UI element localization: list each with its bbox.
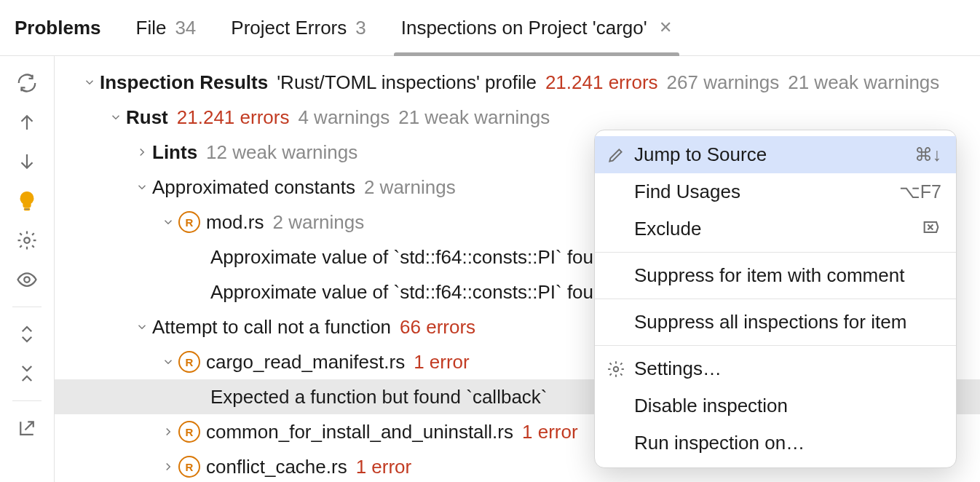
tab-inspections[interactable]: Inspections on Project 'cargo' ✕ bbox=[401, 0, 672, 55]
menu-label: Jump to Source bbox=[634, 143, 914, 166]
menu-separator bbox=[595, 252, 956, 253]
side-toolbar bbox=[0, 56, 55, 482]
refresh-icon bbox=[16, 72, 38, 94]
gear-icon bbox=[606, 360, 634, 379]
next-button[interactable] bbox=[10, 145, 44, 178]
menu-shortcut: ⌘↓ bbox=[914, 144, 942, 165]
svg-rect-0 bbox=[24, 208, 30, 210]
file-label: conflict_cache.rs bbox=[206, 456, 347, 478]
menu-suppress-all[interactable]: Suppress all inspections for item bbox=[595, 304, 956, 341]
rust-file-icon: R bbox=[178, 351, 200, 373]
collapse-icon bbox=[16, 363, 38, 384]
approx-detail: 2 warnings bbox=[364, 176, 456, 199]
rust-file-icon: R bbox=[178, 211, 200, 233]
prev-button[interactable] bbox=[10, 106, 44, 139]
file-detail: 1 error bbox=[522, 421, 578, 443]
chevron-down-icon[interactable] bbox=[158, 355, 178, 368]
chevron-right-icon[interactable] bbox=[158, 425, 178, 438]
root-warnings: 267 warnings bbox=[667, 71, 780, 94]
menu-separator bbox=[595, 299, 956, 299]
tabs-bar: Problems File 34 Project Errors 3 Inspec… bbox=[0, 0, 980, 56]
root-weak: 21 weak warnings bbox=[788, 71, 939, 94]
rust-label: Rust bbox=[126, 106, 168, 129]
attempt-detail: 66 errors bbox=[400, 316, 475, 339]
expand-all-button[interactable] bbox=[10, 317, 44, 351]
chevron-down-icon[interactable] bbox=[132, 181, 152, 194]
collapse-all-button[interactable] bbox=[10, 357, 44, 390]
rust-file-icon: R bbox=[178, 456, 200, 478]
modrs-label: mod.rs bbox=[206, 211, 264, 234]
menu-label: Suppress all inspections for item bbox=[634, 311, 941, 333]
file-detail: 1 error bbox=[414, 351, 470, 374]
approx-label: Approximated constants bbox=[152, 176, 355, 199]
tab-problems[interactable]: Problems bbox=[15, 0, 101, 55]
rust-weak: 21 weak warnings bbox=[398, 106, 550, 129]
chevron-down-icon[interactable] bbox=[158, 216, 178, 229]
settings-button[interactable] bbox=[10, 224, 44, 257]
tab-label: Inspections on Project 'cargo' bbox=[401, 17, 647, 39]
menu-exclude[interactable]: Exclude bbox=[595, 210, 956, 248]
finding-text: Expected a function but found `callback` bbox=[210, 386, 548, 408]
lints-label: Lints bbox=[152, 141, 197, 164]
menu-separator bbox=[595, 345, 956, 346]
chevron-down-icon[interactable] bbox=[106, 111, 126, 124]
menu-label: Find Usages bbox=[634, 181, 899, 203]
menu-run-inspection[interactable]: Run inspection on… bbox=[595, 424, 956, 462]
menu-find-usages[interactable]: Find Usages ⌥F7 bbox=[595, 173, 956, 210]
tree-root[interactable]: Inspection Results 'Rust/TOML inspection… bbox=[55, 65, 980, 100]
rust-file-icon: R bbox=[178, 421, 200, 443]
attempt-label: Attempt to call not a function bbox=[152, 316, 391, 339]
eye-icon bbox=[16, 269, 38, 291]
chevron-right-icon[interactable] bbox=[132, 146, 152, 159]
menu-label: Exclude bbox=[634, 218, 921, 240]
chevron-down-icon[interactable] bbox=[132, 320, 152, 333]
intention-button[interactable] bbox=[10, 184, 44, 218]
root-title: Inspection Results bbox=[100, 71, 268, 94]
gear-icon bbox=[16, 229, 38, 251]
tab-count: 34 bbox=[175, 17, 196, 39]
refresh-button[interactable] bbox=[10, 66, 44, 100]
chevron-right-icon[interactable] bbox=[158, 460, 178, 473]
lightbulb-icon bbox=[16, 190, 38, 212]
arrow-down-icon bbox=[16, 151, 38, 173]
export-button[interactable] bbox=[10, 411, 44, 445]
toolbar-divider bbox=[12, 307, 42, 307]
menu-label: Suppress for item with comment bbox=[634, 264, 941, 287]
lints-detail: 12 weak warnings bbox=[206, 141, 357, 164]
finding-text: Approximate value of `std::f64::consts::… bbox=[210, 246, 615, 269]
menu-shortcut: ⌥F7 bbox=[899, 181, 941, 202]
chevron-down-icon[interactable] bbox=[79, 76, 100, 89]
arrow-up-icon bbox=[16, 111, 38, 133]
file-label: common_for_install_and_uninstall.rs bbox=[206, 421, 513, 443]
modrs-detail: 2 warnings bbox=[272, 211, 364, 234]
menu-disable-inspection[interactable]: Disable inspection bbox=[595, 387, 956, 424]
toolbar-divider bbox=[12, 400, 42, 401]
menu-label: Disable inspection bbox=[634, 395, 941, 417]
close-icon[interactable]: ✕ bbox=[659, 18, 672, 37]
file-label: cargo_read_manifest.rs bbox=[206, 351, 405, 374]
rust-errors: 21.241 errors bbox=[177, 106, 290, 129]
exclude-icon bbox=[921, 217, 941, 242]
root-errors: 21.241 errors bbox=[545, 71, 658, 94]
menu-jump-to-source[interactable]: Jump to Source ⌘↓ bbox=[595, 136, 956, 173]
preview-button[interactable] bbox=[10, 263, 44, 296]
file-detail: 1 error bbox=[356, 456, 412, 478]
tab-project-errors[interactable]: Project Errors 3 bbox=[231, 0, 365, 55]
menu-label: Settings… bbox=[634, 357, 941, 380]
menu-label: Run inspection on… bbox=[634, 432, 941, 454]
tab-label: Project Errors bbox=[231, 17, 347, 39]
pencil-icon bbox=[606, 146, 634, 165]
menu-settings[interactable]: Settings… bbox=[595, 350, 956, 387]
svg-point-2 bbox=[24, 277, 30, 283]
svg-point-3 bbox=[614, 366, 619, 371]
svg-point-1 bbox=[24, 237, 30, 243]
tab-label: Problems bbox=[15, 17, 101, 39]
tab-label: File bbox=[136, 17, 167, 39]
menu-suppress-item[interactable]: Suppress for item with comment bbox=[595, 257, 956, 294]
tab-file[interactable]: File 34 bbox=[136, 0, 197, 55]
rust-warnings: 4 warnings bbox=[298, 106, 390, 129]
export-icon bbox=[16, 417, 38, 439]
finding-text: Approximate value of `std::f64::consts::… bbox=[210, 281, 615, 304]
root-profile: 'Rust/TOML inspections' profile bbox=[277, 71, 537, 94]
context-menu: Jump to Source ⌘↓ Find Usages ⌥F7 Exclud… bbox=[594, 130, 957, 468]
